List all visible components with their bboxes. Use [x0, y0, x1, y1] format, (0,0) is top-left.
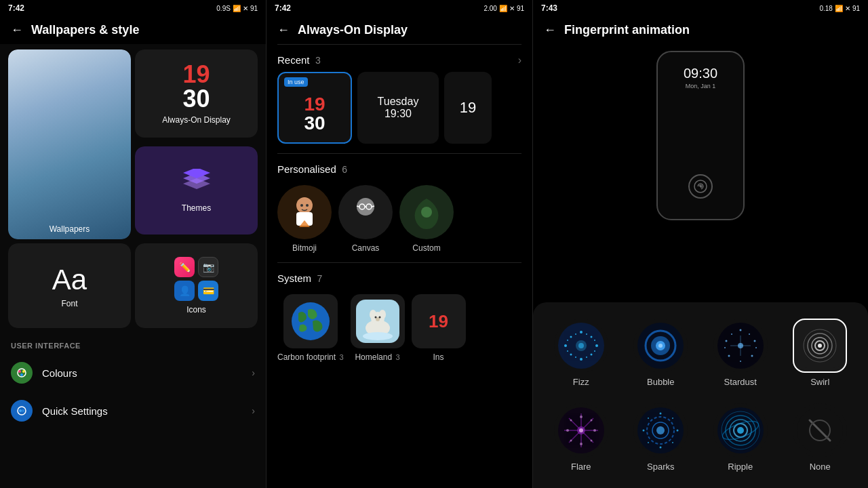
- status-time-2: 7:42: [275, 3, 291, 13]
- phone-date: Mon, Jan 1: [684, 83, 717, 89]
- fingerprint-sensor[interactable]: [688, 174, 713, 199]
- fizz-label: Fizz: [573, 377, 589, 387]
- swirl-item[interactable]: Swirl: [783, 319, 858, 387]
- svg-point-30: [378, 317, 380, 319]
- aod-preview-hour-1: 19: [287, 95, 342, 114]
- svg-point-97: [660, 413, 662, 415]
- svg-point-10: [296, 197, 313, 214]
- stardust-circle: [713, 319, 768, 373]
- homeland-count: 3: [395, 353, 399, 361]
- signal-icon-2: 2.00: [484, 5, 496, 12]
- none-item[interactable]: None: [783, 403, 858, 472]
- svg-point-50: [586, 357, 587, 358]
- svg-point-9: [22, 409, 24, 412]
- svg-point-33: [700, 186, 701, 187]
- homeland-item[interactable]: Homeland 3: [351, 294, 405, 362]
- battery-icon-3: 91: [852, 5, 860, 12]
- colours-chevron: ›: [252, 367, 255, 378]
- ripple-label: Ripple: [728, 462, 753, 472]
- canvas-item[interactable]: Canvas: [338, 185, 393, 253]
- themes-card[interactable]: Themes: [135, 146, 258, 239]
- svg-point-66: [728, 355, 730, 357]
- colours-item[interactable]: Colours ›: [0, 354, 266, 392]
- svg-point-6: [20, 373, 23, 376]
- status-bar-1: 7:42 0.9S 📶 ✕ 91: [0, 0, 266, 16]
- aod-number-3: 19: [460, 99, 476, 117]
- fizz-circle: [554, 319, 608, 373]
- signal-icon-3: 0.18: [819, 5, 832, 12]
- panel1-title: Wallpapers & style: [31, 23, 139, 37]
- flare-item[interactable]: Flare: [544, 403, 618, 472]
- font-text: Aa: [52, 264, 87, 296]
- aod-card[interactable]: 19 30 Always-On Display: [135, 49, 258, 142]
- flare-label: Flare: [571, 462, 591, 472]
- aod-preview-3[interactable]: 19: [444, 72, 492, 144]
- bubble-label: Bubble: [647, 377, 674, 387]
- svg-line-19: [357, 206, 359, 207]
- recent-arrow[interactable]: ›: [518, 54, 521, 66]
- svg-point-31: [363, 332, 393, 340]
- fizz-item[interactable]: Fizz: [544, 319, 618, 387]
- svg-point-68: [740, 361, 741, 362]
- svg-point-21: [421, 207, 432, 218]
- animation-grid-row2: Flare: [533, 395, 868, 480]
- system-label: System: [277, 272, 311, 284]
- themes-icon: [180, 169, 214, 199]
- ins-item[interactable]: 19 Ins: [412, 294, 466, 362]
- svg-point-59: [739, 329, 741, 331]
- svg-point-49: [575, 357, 576, 358]
- bubble-item[interactable]: Bubble: [624, 319, 698, 387]
- sparks-circle: [633, 403, 688, 458]
- back-button-2[interactable]: ←: [277, 23, 290, 37]
- canvas-label: Canvas: [352, 243, 380, 253]
- svg-point-65: [755, 347, 757, 348]
- none-circle: [793, 403, 847, 458]
- svg-point-64: [724, 347, 726, 348]
- ins-label: Ins: [433, 352, 444, 362]
- personalised-count: 6: [342, 164, 347, 175]
- phone-frame: 09:30 Mon, Jan 1: [656, 51, 745, 220]
- svg-point-46: [594, 340, 595, 341]
- sparks-item[interactable]: Sparks: [624, 403, 698, 472]
- system-count: 7: [317, 273, 322, 284]
- quick-settings-item[interactable]: Quick Settings ›: [0, 392, 266, 430]
- recent-section-row: Recent 3 ›: [267, 45, 532, 72]
- svg-point-99: [677, 430, 679, 432]
- svg-point-38: [564, 344, 567, 347]
- panel1-header: ← Wallpapers & style: [0, 16, 266, 44]
- svg-point-36: [570, 336, 572, 338]
- system-grid: Carbon footprint 3: [267, 290, 532, 371]
- carbon-count: 3: [339, 353, 343, 361]
- ripple-item[interactable]: Ripple: [703, 403, 778, 472]
- in-use-badge: In use: [284, 77, 308, 87]
- carbon-footprint-item[interactable]: Carbon footprint 3: [277, 294, 344, 362]
- back-button-3[interactable]: ←: [544, 23, 556, 37]
- aod-preview-1[interactable]: In use 19 30: [277, 72, 352, 144]
- bitmoji-item[interactable]: Bitmoji: [277, 185, 332, 253]
- svg-point-40: [570, 354, 572, 356]
- aod-label: Always-On Display: [162, 115, 231, 125]
- custom-item[interactable]: Custom: [399, 185, 454, 253]
- wallpapers-card[interactable]: Wallpapers: [8, 49, 131, 239]
- svg-point-85: [580, 443, 583, 445]
- svg-point-48: [594, 350, 595, 352]
- back-button-1[interactable]: ←: [11, 23, 23, 37]
- svg-point-29: [374, 317, 376, 319]
- svg-point-67: [751, 355, 753, 357]
- aod-minute: 30: [182, 87, 210, 111]
- wallpapers-label: Wallpapers: [8, 224, 131, 234]
- section-ui-header: USER INTERFACE: [0, 333, 266, 354]
- status-bar-3: 7:43 0.18 📶 ✕ 91: [533, 0, 868, 16]
- svg-point-45: [567, 340, 568, 341]
- aod-time-display: 19 30: [182, 62, 210, 111]
- aod-preview-2[interactable]: Tuesday 19:30: [357, 72, 439, 144]
- font-card[interactable]: Aa Font: [8, 243, 131, 328]
- svg-point-61: [749, 333, 750, 335]
- icon-bubble-wallet: 💳: [198, 281, 218, 301]
- panel3-header: ← Fingerprint animation: [533, 16, 868, 44]
- svg-point-88: [590, 420, 592, 422]
- icons-card[interactable]: ✏️ 📷 👤 💳 Icons: [135, 243, 258, 328]
- aod-time-text: 19:30: [378, 108, 419, 120]
- panel3-title: Fingerprint animation: [564, 23, 690, 37]
- stardust-item[interactable]: Stardust: [703, 319, 778, 387]
